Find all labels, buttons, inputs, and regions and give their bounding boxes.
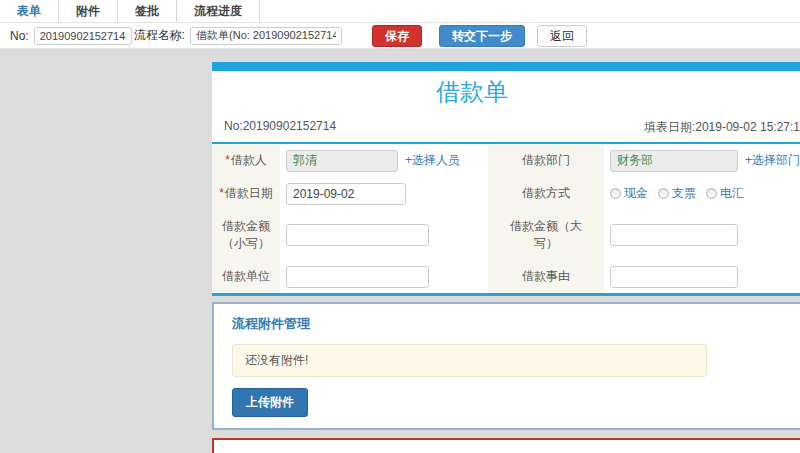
radio-label: 现金 bbox=[624, 185, 648, 202]
loan-method-label: 借款方式 bbox=[522, 186, 570, 200]
radio-option-cheque[interactable]: 支票 bbox=[658, 185, 696, 202]
upload-attachment-button[interactable]: 上传附件 bbox=[232, 388, 308, 417]
tab-bar: 表单 附件 签批 流程进度 bbox=[0, 0, 800, 23]
loan-form-table: *借款人 +选择人员 借款部门 +选择部门 *借款日期 bbox=[212, 144, 800, 293]
loan-reason-label: 借款事由 bbox=[522, 269, 570, 283]
form-title: 借款单 bbox=[172, 71, 772, 114]
attachments-title: 流程附件管理 bbox=[232, 315, 792, 333]
form-header-row: No:20190902152714 填表日期:2019-09-02 15:27:… bbox=[212, 114, 800, 144]
amount-upper-input[interactable] bbox=[610, 224, 738, 246]
attachments-panel: 流程附件管理 还没有附件! 上传附件 bbox=[212, 302, 800, 430]
form-top-bar bbox=[212, 62, 800, 71]
radio-label: 电汇 bbox=[720, 185, 744, 202]
no-label: No: bbox=[10, 29, 29, 43]
tab-progress[interactable]: 流程进度 bbox=[177, 0, 260, 22]
process-name-label: 流程名称: bbox=[134, 27, 185, 44]
loan-unit-label: 借款单位 bbox=[222, 269, 270, 283]
required-marker: * bbox=[225, 153, 230, 167]
loan-date-label: 借款日期 bbox=[225, 186, 273, 200]
amount-lower-input[interactable] bbox=[286, 224, 429, 246]
loan-date-input[interactable] bbox=[286, 183, 406, 205]
select-department-link[interactable]: +选择部门 bbox=[745, 153, 800, 167]
loan-unit-input[interactable] bbox=[286, 266, 429, 288]
command-bar: No: 流程名称: 保存 转交下一步 返回 bbox=[0, 23, 800, 49]
loan-form-card: 借款单 No:20190902152714 填表日期:2019-09-02 15… bbox=[212, 62, 800, 296]
table-row: 借款金额（小写） 借款金额（大写） bbox=[212, 210, 800, 260]
table-row: 借款单位 借款事由 bbox=[212, 260, 800, 293]
loan-reason-input[interactable] bbox=[610, 266, 738, 288]
back-button[interactable]: 返回 bbox=[537, 25, 587, 47]
process-name-input[interactable] bbox=[190, 27, 342, 45]
required-marker: * bbox=[219, 186, 224, 200]
borrower-label: 借款人 bbox=[231, 153, 267, 167]
form-number: No:20190902152714 bbox=[224, 119, 336, 136]
tab-attachments[interactable]: 附件 bbox=[59, 0, 118, 22]
radio-icon bbox=[706, 188, 717, 199]
no-attachments-alert: 还没有附件! bbox=[232, 344, 707, 377]
radio-icon bbox=[610, 188, 621, 199]
borrower-input[interactable] bbox=[286, 150, 398, 172]
tab-approval[interactable]: 签批 bbox=[118, 0, 177, 22]
tab-form[interactable]: 表单 bbox=[0, 0, 59, 22]
table-row: *借款日期 借款方式 现金 支票 bbox=[212, 177, 800, 210]
table-row: *借款人 +选择人员 借款部门 +选择部门 bbox=[212, 144, 800, 177]
department-label: 借款部门 bbox=[522, 153, 570, 167]
page-content: 借款单 No:20190902152714 填表日期:2019-09-02 15… bbox=[0, 49, 800, 449]
select-person-link[interactable]: +选择人员 bbox=[405, 153, 460, 167]
radio-option-cash[interactable]: 现金 bbox=[610, 185, 648, 202]
no-input[interactable] bbox=[34, 27, 132, 45]
approval-panel: 流程签批意见 B I abc bbox=[212, 438, 800, 453]
radio-label: 支票 bbox=[672, 185, 696, 202]
department-input[interactable] bbox=[610, 150, 738, 172]
amount-lower-label: 借款金额（小写） bbox=[222, 219, 270, 250]
form-fill-date: 填表日期:2019-09-02 15:27:1 bbox=[644, 119, 800, 136]
radio-option-wire[interactable]: 电汇 bbox=[706, 185, 744, 202]
loan-method-options: 现金 支票 电汇 bbox=[610, 185, 800, 202]
save-button[interactable]: 保存 bbox=[372, 25, 422, 47]
forward-next-step-button[interactable]: 转交下一步 bbox=[439, 25, 525, 47]
amount-upper-label: 借款金额（大写） bbox=[510, 219, 582, 250]
radio-icon bbox=[658, 188, 669, 199]
